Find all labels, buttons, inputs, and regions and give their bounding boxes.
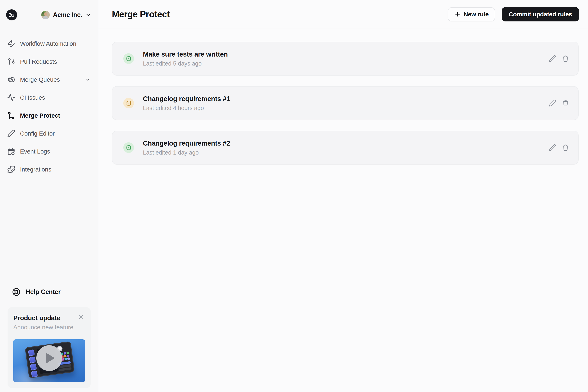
trash-icon[interactable] <box>562 100 569 107</box>
app-root: Acme Inc. Workflow Automation <box>0 0 588 392</box>
rule-last-edited: Last edited 1 day ago <box>143 149 549 156</box>
edit-pencil-icon[interactable] <box>549 144 556 151</box>
sidebar-item-config-editor[interactable]: Config Editor <box>0 124 98 142</box>
play-button[interactable] <box>36 345 62 371</box>
sidebar-item-merge-protect[interactable]: Merge Protect <box>0 106 98 124</box>
plus-icon <box>454 11 461 18</box>
rules-list: Make sure tests are written Last edited … <box>98 29 588 175</box>
promo-video-thumbnail[interactable] <box>13 339 85 382</box>
help-center-label: Help Center <box>26 288 61 296</box>
pull-request-icon <box>7 57 16 66</box>
merge-queues-icon <box>7 75 16 84</box>
org-switcher[interactable]: Acme Inc. <box>41 10 91 19</box>
sidebar-item-integrations[interactable]: Integrations <box>0 160 98 178</box>
calendar-history-icon <box>7 147 16 156</box>
chevron-down-icon <box>85 12 91 18</box>
rule-title: Changelog requirements #1 <box>143 95 549 103</box>
rule-card: Changelog requirements #1 Last edited 4 … <box>112 86 578 120</box>
rule-last-edited: Last edited 5 days ago <box>143 60 549 67</box>
page-title: Merge Protect <box>112 9 448 20</box>
play-icon <box>46 353 55 364</box>
new-rule-label: New rule <box>464 11 489 18</box>
product-update-card: Product update Announce new feature <box>8 307 91 388</box>
sidebar-item-label: Pull Requests <box>20 58 91 65</box>
page-header: Merge Protect New rule Commit updated ru… <box>98 0 588 29</box>
sidebar-item-label: Merge Queues <box>20 76 80 83</box>
close-icon[interactable] <box>77 313 85 321</box>
puzzle-icon <box>7 165 16 174</box>
rule-card: Make sure tests are written Last edited … <box>112 42 578 76</box>
promo-subtitle: Announce new feature <box>13 324 85 331</box>
avatar <box>41 10 50 19</box>
lifebuoy-icon <box>12 288 21 296</box>
mergify-m-icon <box>8 11 16 19</box>
main-area: Merge Protect New rule Commit updated ru… <box>98 0 588 392</box>
help-center-link[interactable]: Help Center <box>0 285 98 299</box>
sidebar-item-merge-queues[interactable]: Merge Queues <box>0 71 98 88</box>
promo-title: Product update <box>13 313 60 322</box>
trash-icon[interactable] <box>562 55 569 62</box>
sidebar-item-label: CI Issues <box>20 94 91 101</box>
mergify-logo[interactable] <box>6 10 17 20</box>
sidebar-item-workflow-automation[interactable]: Workflow Automation <box>0 35 98 53</box>
rule-title: Changelog requirements #2 <box>143 140 549 147</box>
org-name: Acme Inc. <box>53 11 82 18</box>
rule-title: Make sure tests are written <box>143 50 549 58</box>
sidebar-spacer <box>0 178 98 285</box>
file-code-icon <box>123 98 134 108</box>
sidebar-item-ci-issues[interactable]: CI Issues <box>0 88 98 106</box>
edit-pencil-icon[interactable] <box>549 100 556 107</box>
sidebar-item-label: Integrations <box>20 166 91 173</box>
trash-icon[interactable] <box>562 144 569 151</box>
pen-icon <box>7 129 16 138</box>
commit-updated-rules-button[interactable]: Commit updated rules <box>502 7 579 22</box>
activity-icon <box>7 93 16 102</box>
file-code-icon <box>123 142 134 153</box>
sidebar-item-label: Config Editor <box>20 130 91 137</box>
new-rule-button[interactable]: New rule <box>448 7 495 21</box>
rule-card: Changelog requirements #2 Last edited 1 … <box>112 131 578 164</box>
file-code-icon <box>123 53 134 64</box>
sidebar-item-label: Workflow Automation <box>20 40 91 47</box>
sidebar-nav: Workflow Automation Pull Requests <box>0 35 98 178</box>
sidebar: Acme Inc. Workflow Automation <box>0 0 98 392</box>
sidebar-item-event-logs[interactable]: Event Logs <box>0 142 98 160</box>
edit-pencil-icon[interactable] <box>549 55 556 62</box>
sidebar-top: Acme Inc. <box>0 0 98 20</box>
sidebar-item-label: Merge Protect <box>20 112 91 119</box>
sidebar-item-label: Event Logs <box>20 148 91 155</box>
zap-icon <box>7 40 16 48</box>
branch-icon <box>7 111 16 120</box>
chevron-down-icon[interactable] <box>85 77 91 82</box>
rule-last-edited: Last edited 4 hours ago <box>143 105 549 112</box>
sidebar-item-pull-requests[interactable]: Pull Requests <box>0 53 98 71</box>
